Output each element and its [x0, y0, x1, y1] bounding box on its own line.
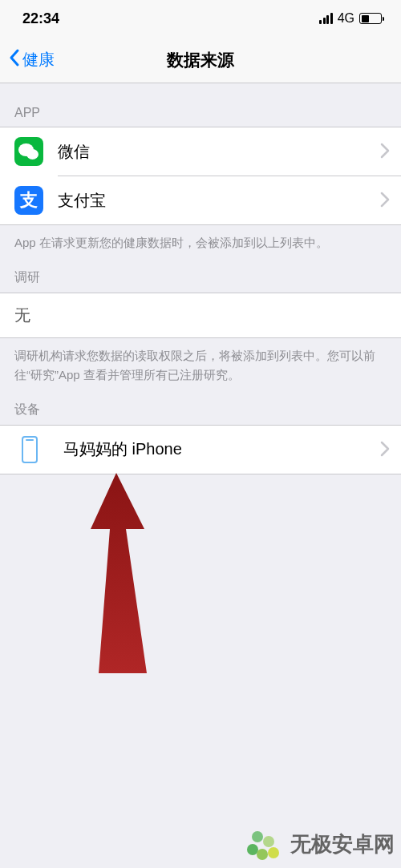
section-header-research: 调研	[0, 256, 401, 293]
device-row-iphone[interactable]: 马妈妈的 iPhone	[0, 426, 401, 474]
chevron-right-icon	[380, 439, 390, 460]
section-footer-app: App 在请求更新您的健康数据时，会被添加到以上列表中。	[0, 225, 401, 256]
watermark-logo-icon	[247, 826, 282, 862]
network-label: 4G	[338, 11, 354, 26]
status-bar: 22:34 4G	[0, 0, 401, 37]
watermark-text: 无极安卓网	[290, 830, 395, 858]
devices-list: 马妈妈的 iPhone	[0, 425, 401, 474]
app-row-label: 支付宝	[58, 190, 380, 212]
chevron-left-icon	[8, 48, 21, 71]
app-row-alipay[interactable]: 支付宝	[0, 176, 401, 224]
page-title: 数据来源	[0, 49, 401, 71]
app-row-label: 微信	[58, 141, 380, 163]
svg-marker-0	[91, 473, 147, 673]
section-header-devices: 设备	[0, 389, 401, 425]
signal-icon	[319, 13, 333, 24]
section-footer-research: 调研机构请求您数据的读取权限之后，将被添加到列表中。您可以前往“研究”App 查…	[0, 338, 401, 389]
research-none-row: 无	[0, 293, 401, 338]
watermark: 无极安卓网	[247, 826, 395, 862]
annotation-arrow-icon	[68, 473, 156, 681]
chevron-right-icon	[380, 190, 390, 211]
section-header-app: APP	[0, 83, 401, 127]
nav-bar: 健康 数据来源	[0, 37, 401, 83]
chevron-right-icon	[380, 141, 390, 162]
back-button[interactable]: 健康	[0, 48, 55, 71]
wechat-icon	[14, 137, 43, 166]
battery-icon	[359, 13, 382, 24]
iphone-icon	[22, 436, 38, 463]
status-time: 22:34	[22, 10, 59, 27]
alipay-icon	[14, 186, 43, 215]
app-row-wechat[interactable]: 微信	[0, 127, 401, 176]
device-row-label: 马妈妈的 iPhone	[63, 438, 380, 460]
battery-fill	[362, 15, 370, 22]
back-label: 健康	[22, 49, 55, 71]
app-list: 微信 支付宝	[0, 127, 401, 225]
status-right: 4G	[319, 11, 382, 26]
